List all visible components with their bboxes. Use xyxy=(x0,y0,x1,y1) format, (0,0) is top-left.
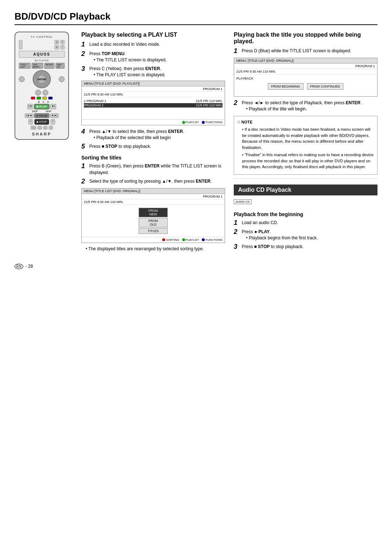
footer-green-dot xyxy=(182,121,185,124)
remote-btn-tl xyxy=(19,40,23,49)
audio-step-number-3: 3 xyxy=(234,243,240,251)
right-step-number-1: 1 xyxy=(234,48,240,55)
footer-blue-dot2 xyxy=(202,238,205,241)
playback-label: PLAYBACK xyxy=(236,76,375,81)
right-step2: 2 Press ◄/► to select the type of Playba… xyxy=(234,100,377,112)
right-step1-content: Press D (Blue) while the TITLE LIST scre… xyxy=(242,48,351,55)
sort-step2-content: Select the type of sorting by pressing ▲… xyxy=(89,178,212,185)
remote-rew-btn: |◄◄ xyxy=(25,113,33,118)
remote-btn-b2: □ xyxy=(37,126,42,130)
screen1-program: PROGRAM 1 xyxy=(82,86,225,92)
step4-content: Press ▲/▼ to select the title, then pres… xyxy=(89,128,184,141)
remote-btn-b3: □ xyxy=(43,126,48,130)
sort-options: FROM NEW FROM OLD TITLES xyxy=(84,206,222,235)
sort-step1-content: Press B (Green), then press ENTER while … xyxy=(89,163,225,176)
step3-bullet: The PLAY LIST screen is displayed. xyxy=(94,72,166,78)
audio-step1: 1 Load an audio CD. xyxy=(234,219,377,227)
step1: 1 Load a disc recorded in Video mode. xyxy=(81,41,225,48)
audio-step-number-1: 1 xyxy=(234,219,240,227)
screen1-body: 1 PROGRAM 1 21/5 FRI 110 MIN. PROGRAM 2 … xyxy=(82,97,225,119)
step3-content: Press C (Yellow), then press ENTER. The … xyxy=(89,65,166,78)
audio-cd-header: Audio CD Playback xyxy=(234,185,377,195)
section2-title: Playing back the title you stopped while… xyxy=(234,32,377,45)
remote-pause-btn: ⏸ PAUSE xyxy=(34,113,49,118)
screen-mockup-2: MENU [TITLE LIST (DVD: ORIGINAL)] PROGRA… xyxy=(81,188,225,243)
sort-step1: 1 Press B (Green), then press ENTER whil… xyxy=(81,163,225,176)
remote-green-btn xyxy=(37,97,41,100)
screen3-program: PROGRAM 1 xyxy=(234,64,377,69)
playback-from-beginning-title: Playback from the beginning xyxy=(234,211,377,217)
footer-playlist: PLAYLIST xyxy=(182,121,199,124)
step-number-5: 5 xyxy=(81,143,87,150)
right-main-content: Playing back the title you stopped while… xyxy=(234,32,377,253)
right-step-number-2: 2 xyxy=(234,100,240,112)
screen2-footer-functions: FUNCTIONS xyxy=(202,238,222,242)
remote-btn-b4: □ xyxy=(49,126,53,130)
page-footer: EN - 28 xyxy=(15,264,377,269)
screen1-row1: 1 PROGRAM 1 21/5 FRI 110 MIN. xyxy=(84,99,222,103)
step-number-2: 2 xyxy=(81,50,87,63)
remote-next-btn: ►| xyxy=(50,104,56,109)
step2: 2 Press TOP MENU. The TITLE LIST screen … xyxy=(81,50,225,63)
note-item-1: If a disc recorded in Video mode has bee… xyxy=(242,126,373,150)
step5: 5 Press ■ STOP to stop playback. xyxy=(81,143,225,150)
step2-content: Press TOP MENU. The TITLE LIST screen is… xyxy=(89,50,167,63)
screen1-info: 21/5 FRI 9:30 AM 110 MIN. xyxy=(82,92,225,97)
remote-prev-btn: |◄ xyxy=(27,104,33,109)
sorting-bullet: The displayed titles are rearranged by s… xyxy=(86,246,225,252)
enter-btn: ENTER xyxy=(38,76,45,83)
page-title: BD/DVD/CD Playback xyxy=(15,11,377,25)
screen-mockup-3: MENU: [TITLE LIST (DVD: ORIGINAL)] PROGR… xyxy=(234,58,377,97)
top-menu-btn: TOP MENU xyxy=(32,63,43,69)
screen2-footer-sorting: SORTING xyxy=(162,238,179,242)
section1-title: Playback by selecting a PLAY LIST xyxy=(81,32,225,38)
remote-btn-sq1: □ xyxy=(28,119,33,125)
step4-bullet: Playback of the selected title will begi… xyxy=(94,135,184,141)
audio-step2: 2 Press ►PLAY. Playback begins from the … xyxy=(234,228,377,241)
screen2-footer: SORTING PLAYLIST FUNCTIONS xyxy=(82,237,225,243)
remote-bcd-labels: B C D xyxy=(19,101,65,103)
title-list-btn: TITLE LIST xyxy=(19,63,30,69)
page-number: - 28 xyxy=(25,264,33,269)
step-number-3: 3 xyxy=(81,65,87,78)
screen3-body: PLAYBACK FROM BEGINNING FROM CONTINUED xyxy=(234,74,377,96)
sort-opt-titles: TITLES xyxy=(139,228,168,234)
screen-mockup-1: MENU [TITLE LIST (DVD: PLAYLIST)] PROGRA… xyxy=(81,81,225,125)
audio-step-number-2: 2 xyxy=(234,228,240,241)
note-title: □ NOTE xyxy=(238,119,373,125)
remote-skip-labels: SKIP SKIP xyxy=(19,110,65,113)
step3: 3 Press C (Yellow), then press ENTER. Th… xyxy=(81,65,225,78)
remote-yellow-btn xyxy=(42,97,47,100)
sort-opt-old: FROM OLD xyxy=(139,218,168,227)
audio-cd-badge: AUDIO CD xyxy=(234,199,252,204)
right-step2-content: Press ◄/► to select the type of Playback… xyxy=(242,100,363,112)
remote-btn-sq2: □ xyxy=(50,119,55,125)
remote-btn-plus: + xyxy=(60,40,65,44)
footer-red-dot xyxy=(162,238,165,241)
remote-btn-b1: □□ xyxy=(30,126,36,130)
en-badge: EN xyxy=(15,264,23,269)
remote-fwd-btn: ►►| xyxy=(50,113,59,118)
remote-btn-up: ∧ xyxy=(54,40,59,44)
divider xyxy=(234,178,377,179)
bd-player-label: BD PLAYER xyxy=(19,59,65,62)
footer-functions: FUNCTIONS xyxy=(202,121,222,124)
remote-circle-br xyxy=(42,90,48,96)
remote-blue-btn xyxy=(48,97,53,100)
screen2-info: 21/5 FRI 9:30 AM 110 MIN. xyxy=(82,199,225,205)
footer-blue-dot xyxy=(202,121,205,124)
note-box: □ NOTE If a disc recorded in Video mode … xyxy=(234,116,377,175)
right-step2-bullet: Playback of the title will begin. xyxy=(246,106,363,112)
remote-control-image: TV CONTROL ∧ + ∨ − AQUOS BD PLAYER TITLE xyxy=(15,32,73,253)
screen3-info: 21/5 FRI 9:30 AM 110 MIN. xyxy=(234,69,377,74)
audio-step2-bullet: Playback begins from the first track. xyxy=(246,235,318,241)
audio-step3: 3 Press ■ STOP to stop playback. xyxy=(234,243,377,251)
step-number-4: 4 xyxy=(81,128,87,141)
step4: 4 Press ▲/▼ to select the title, then pr… xyxy=(81,128,225,141)
remote-circle-bl xyxy=(35,90,41,96)
remote-circle-right xyxy=(59,76,65,82)
sort-step2: 2 Select the type of sorting by pressing… xyxy=(81,178,225,185)
sorting-title: Sorting the titles xyxy=(81,155,225,161)
audio-step3-content: Press ■ STOP to stop playback. xyxy=(242,243,303,251)
from-continued-btn: FROM CONTINUED xyxy=(307,83,344,90)
